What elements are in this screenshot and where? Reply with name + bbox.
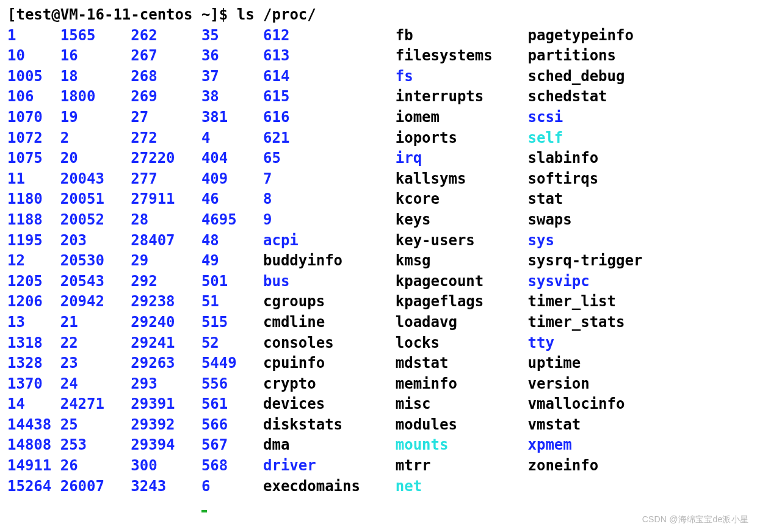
listing-entry: 300 (131, 456, 201, 476)
listing-entry: scsi (527, 107, 651, 128)
listing-row: 1206209422923851cgroupskpageflagstimer_l… (7, 292, 750, 312)
listing-entry: 65 (263, 148, 396, 169)
listing-entry: 566 (201, 415, 263, 436)
listing-entry: 568 (201, 456, 263, 476)
listing-entry: 1070 (7, 107, 60, 128)
listing-entry: 14438 (7, 415, 60, 436)
listing-entry: 1205 (7, 271, 60, 292)
listing-entry: 3243 (131, 476, 201, 497)
listing-entry: 11 (7, 169, 60, 190)
listing-entry: loadavg (396, 312, 528, 333)
listing-entry: 20530 (60, 251, 131, 271)
listing-entry: 267 (131, 46, 201, 66)
listing-entry: 1800 (60, 87, 131, 107)
listing-entry: 293 (131, 374, 201, 395)
listing-entry: diskstats (263, 415, 396, 436)
listing-row: 107222724621ioportsself (7, 128, 750, 149)
listing-entry: 36 (201, 46, 263, 66)
listing-entry: 615 (263, 87, 396, 107)
listing-entry: 1328 (7, 353, 60, 374)
shell-prompt: [test@VM-16-11-centos ~]$ ls /proc/ (7, 5, 750, 26)
listing-entry: cgroups (263, 292, 396, 312)
listing-entry: 20 (60, 148, 131, 169)
listing-entry: kallsyms (396, 169, 528, 190)
listing-row: 132129240515cmdlineloadavgtimer_stats (7, 312, 750, 333)
listing-entry: 269 (131, 87, 201, 107)
listing-entry: locks (396, 333, 528, 354)
listing-entry: 106 (7, 87, 60, 107)
listing-entry: 1188 (7, 210, 60, 231)
listing-entry: 24271 (60, 394, 131, 415)
listing-row: 10701927381616iomemscsi (7, 107, 750, 128)
listing-entry: 614 (263, 66, 396, 87)
listing-row: 137024293556cryptomeminfoversion (7, 374, 750, 395)
listing-entry: 9 (263, 210, 396, 231)
listing-entry: 12 (7, 251, 60, 271)
listing-entry: 203 (60, 231, 131, 251)
listing-entry: execdomains (263, 476, 396, 497)
listing-entry: filesystems (396, 46, 528, 66)
listing-entry: sysrq-trigger (527, 251, 651, 271)
listing-entry: stat (527, 189, 651, 210)
listing-row: 101626736613filesystemspartitions (7, 46, 750, 66)
listing-entry: 515 (201, 312, 263, 333)
listing-entry: 27911 (131, 189, 201, 210)
listing-entry: 262 (131, 26, 201, 46)
ls-listing: 1156526235612fbpagetypeinfo101626736613f… (7, 26, 750, 497)
listing-entry: 15264 (7, 476, 60, 497)
listing-entry: 20043 (60, 169, 131, 190)
listing-entry: softirqs (527, 169, 651, 190)
listing-entry: 26007 (60, 476, 131, 497)
listing-entry: sched_debug (527, 66, 651, 87)
listing-entry: 35 (201, 26, 263, 46)
listing-entry: 567 (201, 435, 263, 456)
listing-entry: cpuinfo (263, 353, 396, 374)
listing-entry: kmsg (396, 251, 528, 271)
listing-entry: 21 (60, 312, 131, 333)
listing-entry: meminfo (396, 374, 528, 395)
listing-row: 11802005127911468kcorestat (7, 189, 750, 210)
listing-entry: acpi (263, 231, 396, 251)
listing-entry: 1180 (7, 189, 60, 210)
listing-entry: 5449 (201, 353, 263, 374)
listing-entry: 277 (131, 169, 201, 190)
listing-entry: 19 (60, 107, 131, 128)
listing-entry: 253 (60, 435, 131, 456)
listing-entry: 1 (7, 26, 60, 46)
listing-entry: crypto (263, 374, 396, 395)
listing-entry: 1072 (7, 128, 60, 149)
listing-entry: 404 (201, 148, 263, 169)
listing-entry: self (527, 128, 651, 149)
listing-entry: 4 (201, 128, 263, 149)
listing-entry: sysvipc (527, 271, 651, 292)
listing-entry: timer_stats (527, 312, 651, 333)
listing-entry: 268 (131, 66, 201, 87)
listing-entry: fb (396, 26, 528, 46)
listing-entry: 37 (201, 66, 263, 87)
listing-entry: 29263 (131, 353, 201, 374)
listing-entry: partitions (527, 46, 651, 66)
listing-entry: 616 (263, 107, 396, 128)
listing-entry: kpagecount (396, 271, 528, 292)
listing-entry: modules (396, 415, 528, 436)
listing-entry: 51 (201, 292, 263, 312)
listing-entry: 29391 (131, 394, 201, 415)
listing-entry: 26 (60, 456, 131, 476)
listing-entry: 8 (263, 189, 396, 210)
listing-row: 1318222924152consoleslockstty (7, 333, 750, 354)
listing-entry: 29392 (131, 415, 201, 436)
listing-entry: sys (527, 231, 651, 251)
listing-entry: xpmem (527, 435, 651, 456)
listing-entry: 52 (201, 333, 263, 354)
listing-row: 1075202722040465irqslabinfo (7, 148, 750, 169)
listing-entry: 14 (7, 394, 60, 415)
listing-entry: 24 (60, 374, 131, 395)
listing-entry: 18 (60, 66, 131, 87)
listing-row: 142427129391561devicesmiscvmallocinfo (7, 394, 750, 415)
listing-entry: 29241 (131, 333, 201, 354)
terminal-output[interactable]: [test@VM-16-11-centos ~]$ ls /proc/ 1156… (0, 0, 757, 519)
listing-entry: vmallocinfo (527, 394, 651, 415)
listing-entry: schedstat (527, 87, 651, 107)
listing-entry: 1005 (7, 66, 60, 87)
cursor (201, 510, 207, 512)
